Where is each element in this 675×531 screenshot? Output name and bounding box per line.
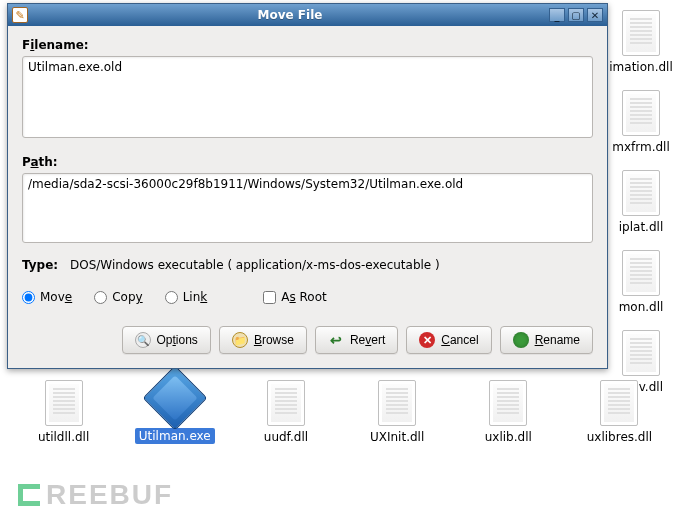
cancel-icon [419, 332, 435, 348]
document-icon [489, 380, 527, 426]
document-icon [45, 380, 83, 426]
file-item[interactable]: iplat.dll [607, 160, 675, 240]
document-icon [622, 250, 660, 296]
executable-icon [142, 365, 207, 430]
radio-move-input[interactable] [22, 291, 35, 304]
file-item[interactable]: uxlibres.dll [564, 370, 675, 450]
file-label: iplat.dll [619, 220, 663, 234]
file-item-selected[interactable]: Utilman.exe [119, 370, 230, 450]
radio-link[interactable]: Link [165, 290, 208, 304]
file-label: utildll.dll [38, 430, 89, 444]
move-file-dialog: Move File _ ▢ ✕ Filename: Path: Type: DO… [7, 3, 608, 369]
file-label: UXInit.dll [370, 430, 424, 444]
file-label: uxlibres.dll [587, 430, 652, 444]
file-row: utildll.dll Utilman.exe uudf.dll UXInit.… [0, 370, 675, 450]
radio-copy[interactable]: Copy [94, 290, 142, 304]
ok-icon [513, 332, 529, 348]
type-row: Type: DOS/Windows executable ( applicati… [22, 258, 593, 272]
options-button[interactable]: Options [122, 326, 211, 354]
filename-label: Filename: [22, 38, 593, 52]
file-item[interactable]: imation.dll [607, 0, 675, 80]
file-item[interactable]: utildll.dll [8, 370, 119, 450]
checkbox-as-root-input[interactable] [263, 291, 276, 304]
file-item[interactable]: uxlib.dll [453, 370, 564, 450]
app-icon [12, 7, 28, 23]
dialog-body: Filename: Path: Type: DOS/Windows execut… [8, 26, 607, 368]
file-label: Utilman.exe [135, 428, 215, 444]
checkbox-as-root[interactable]: As Root [263, 290, 327, 304]
radio-move[interactable]: Move [22, 290, 72, 304]
file-label: mxfrm.dll [612, 140, 670, 154]
document-icon [267, 380, 305, 426]
file-item[interactable]: mxfrm.dll [607, 80, 675, 160]
filename-input[interactable] [22, 56, 593, 138]
type-label: Type: [22, 258, 58, 272]
file-item[interactable]: uudf.dll [230, 370, 341, 450]
close-button[interactable]: ✕ [587, 8, 603, 22]
file-label: uxlib.dll [485, 430, 532, 444]
minimize-button[interactable]: _ [549, 8, 565, 22]
options-icon [135, 332, 151, 348]
browse-button[interactable]: Browse [219, 326, 307, 354]
file-label: mon.dll [619, 300, 664, 314]
radio-copy-input[interactable] [94, 291, 107, 304]
document-icon [378, 380, 416, 426]
watermark: REEBUF [18, 479, 173, 511]
file-item[interactable]: UXInit.dll [342, 370, 453, 450]
window-title: Move File [34, 8, 546, 22]
revert-icon [328, 332, 344, 348]
titlebar[interactable]: Move File _ ▢ ✕ [8, 4, 607, 26]
folder-icon [232, 332, 248, 348]
cancel-button[interactable]: Cancel [406, 326, 491, 354]
partial-column: imation.dll mxfrm.dll iplat.dll mon.dll … [607, 0, 675, 400]
action-radios: Move Copy Link As Root [22, 290, 593, 304]
watermark-text: REEBUF [46, 479, 173, 511]
type-value: DOS/Windows executable ( application/x-m… [70, 258, 440, 272]
button-row: Options Browse Revert Cancel Rename [22, 326, 593, 354]
radio-link-input[interactable] [165, 291, 178, 304]
document-icon [622, 90, 660, 136]
watermark-icon [18, 484, 40, 506]
file-label: imation.dll [609, 60, 672, 74]
revert-button[interactable]: Revert [315, 326, 398, 354]
document-icon [622, 10, 660, 56]
rename-button[interactable]: Rename [500, 326, 593, 354]
path-input[interactable] [22, 173, 593, 243]
file-label: uudf.dll [264, 430, 308, 444]
file-item[interactable]: mon.dll [607, 240, 675, 320]
path-label: Path: [22, 155, 593, 169]
maximize-button[interactable]: ▢ [568, 8, 584, 22]
document-icon [600, 380, 638, 426]
document-icon [622, 170, 660, 216]
